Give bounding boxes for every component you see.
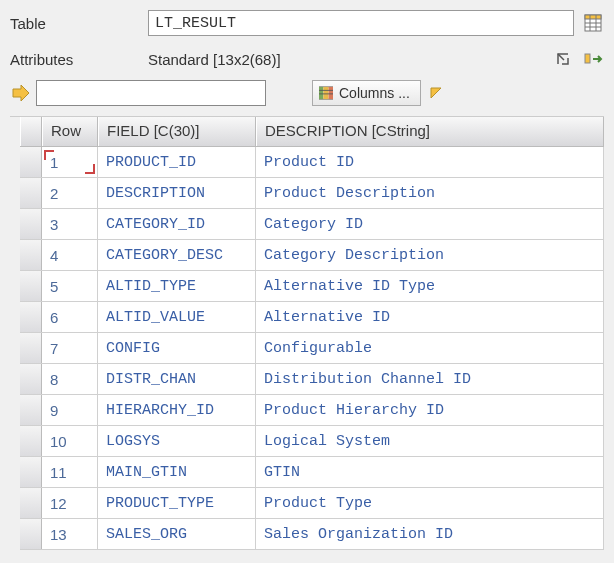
select-all-header[interactable] <box>20 117 42 146</box>
table-row[interactable]: 3CATEGORY_IDCategory ID <box>20 209 604 240</box>
row-selector[interactable] <box>20 333 42 363</box>
row-selector[interactable] <box>20 302 42 332</box>
table-row[interactable]: 4CATEGORY_DESCCategory Description <box>20 240 604 271</box>
svg-rect-10 <box>329 87 333 99</box>
description-cell[interactable]: Category Description <box>256 240 604 270</box>
row-selector[interactable] <box>20 488 42 518</box>
column-header-description[interactable]: DESCRIPTION [CString] <box>256 117 604 146</box>
row-selector[interactable] <box>20 364 42 394</box>
table-row[interactable]: 12PRODUCT_TYPEProduct Type <box>20 488 604 519</box>
field-cell[interactable]: PRODUCT_TYPE <box>98 488 256 518</box>
table-row[interactable]: 5ALTID_TYPEAlternative ID Type <box>20 271 604 302</box>
grid-icon <box>319 86 333 100</box>
row-number-cell[interactable]: 2 <box>42 178 98 208</box>
table-row[interactable]: 13SALES_ORGSales Organization ID <box>20 519 604 550</box>
field-cell[interactable]: MAIN_GTIN <box>98 457 256 487</box>
table-label: Table <box>10 15 140 32</box>
row-number-cell[interactable]: 13 <box>42 519 98 549</box>
row-selector[interactable] <box>20 426 42 456</box>
attributes-label: Attributes <box>10 51 140 68</box>
row-number-cell[interactable]: 5 <box>42 271 98 301</box>
row-selector[interactable] <box>20 395 42 425</box>
description-cell[interactable]: Product Type <box>256 488 604 518</box>
table-row[interactable]: 1PRODUCT_IDProduct ID <box>20 147 604 178</box>
row-number-cell[interactable]: 11 <box>42 457 98 487</box>
collapse-icon[interactable] <box>552 48 574 70</box>
field-cell[interactable]: CATEGORY_DESC <box>98 240 256 270</box>
go-arrow-icon[interactable] <box>10 83 30 103</box>
table-row[interactable]: 7CONFIGConfigurable <box>20 333 604 364</box>
svg-rect-9 <box>323 87 328 99</box>
row-number-cell[interactable]: 12 <box>42 488 98 518</box>
row-selector[interactable] <box>20 178 42 208</box>
field-cell[interactable]: ALTID_VALUE <box>98 302 256 332</box>
field-cell[interactable]: ALTID_TYPE <box>98 271 256 301</box>
columns-button-label: Columns ... <box>339 85 410 101</box>
field-cell[interactable]: LOGSYS <box>98 426 256 456</box>
table-row[interactable]: 10LOGSYSLogical System <box>20 426 604 457</box>
filter-input[interactable] <box>36 80 266 106</box>
field-cell[interactable]: CONFIG <box>98 333 256 363</box>
row-number-cell[interactable]: 8 <box>42 364 98 394</box>
description-cell[interactable]: Product Hierarchy ID <box>256 395 604 425</box>
field-cell[interactable]: SALES_ORG <box>98 519 256 549</box>
field-cell[interactable]: DISTR_CHAN <box>98 364 256 394</box>
field-cell[interactable]: DESCRIPTION <box>98 178 256 208</box>
description-cell[interactable]: Product ID <box>256 147 604 177</box>
row-number-cell[interactable]: 1 <box>42 147 98 177</box>
row-selector[interactable] <box>20 519 42 549</box>
row-selector[interactable] <box>20 271 42 301</box>
column-header-field[interactable]: FIELD [C(30)] <box>98 117 256 146</box>
row-selector[interactable] <box>20 240 42 270</box>
description-cell[interactable]: Alternative ID <box>256 302 604 332</box>
table-row[interactable]: 11MAIN_GTINGTIN <box>20 457 604 488</box>
row-selector[interactable] <box>20 457 42 487</box>
row-number-cell[interactable]: 3 <box>42 209 98 239</box>
svg-rect-1 <box>585 15 601 19</box>
table-row[interactable]: 6ALTID_VALUEAlternative ID <box>20 302 604 333</box>
description-cell[interactable]: GTIN <box>256 457 604 487</box>
description-cell[interactable]: Distribution Channel ID <box>256 364 604 394</box>
table-row[interactable]: 8DISTR_CHANDistribution Channel ID <box>20 364 604 395</box>
svg-rect-6 <box>585 54 590 63</box>
grid-body: 1PRODUCT_IDProduct ID2DESCRIPTIONProduct… <box>20 147 604 550</box>
table-row[interactable]: 9HIERARCHY_IDProduct Hierarchy ID <box>20 395 604 426</box>
row-number-cell[interactable]: 7 <box>42 333 98 363</box>
table-name-input[interactable] <box>148 10 574 36</box>
field-cell[interactable]: CATEGORY_ID <box>98 209 256 239</box>
row-number-cell[interactable]: 6 <box>42 302 98 332</box>
row-number-cell[interactable]: 10 <box>42 426 98 456</box>
row-number-cell[interactable]: 4 <box>42 240 98 270</box>
row-selector[interactable] <box>20 147 42 177</box>
grid-header-row: Row FIELD [C(30)] DESCRIPTION [CString] <box>20 117 604 147</box>
expand-icon[interactable] <box>582 48 604 70</box>
result-grid: Row FIELD [C(30)] DESCRIPTION [CString] … <box>10 116 604 550</box>
description-cell[interactable]: Logical System <box>256 426 604 456</box>
description-cell[interactable]: Configurable <box>256 333 604 363</box>
description-cell[interactable]: Product Description <box>256 178 604 208</box>
select-table-icon[interactable] <box>582 12 604 34</box>
field-cell[interactable]: PRODUCT_ID <box>98 147 256 177</box>
row-number-cell[interactable]: 9 <box>42 395 98 425</box>
description-cell[interactable]: Alternative ID Type <box>256 271 604 301</box>
table-row[interactable]: 2DESCRIPTIONProduct Description <box>20 178 604 209</box>
attributes-value: Standard [13x2(68)] <box>148 51 544 68</box>
description-cell[interactable]: Sales Organization ID <box>256 519 604 549</box>
column-header-row[interactable]: Row <box>42 117 98 146</box>
svg-rect-8 <box>319 87 323 99</box>
row-selector[interactable] <box>20 209 42 239</box>
columns-dropdown-icon[interactable] <box>427 80 445 106</box>
field-cell[interactable]: HIERARCHY_ID <box>98 395 256 425</box>
description-cell[interactable]: Category ID <box>256 209 604 239</box>
columns-button[interactable]: Columns ... <box>312 80 421 106</box>
